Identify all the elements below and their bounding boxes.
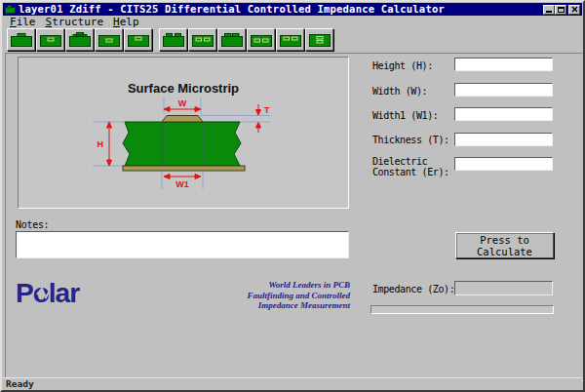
structure-diagram-panel: Surface Microstrip	[18, 57, 349, 209]
differential-embedded-microstrip-icon	[191, 31, 214, 48]
app-icon	[5, 5, 16, 14]
toolbar-stripline-button[interactable]	[95, 28, 123, 51]
notes-label: Notes:	[16, 219, 49, 230]
tagline-line-2: Faultfinding and Controlled	[197, 291, 350, 301]
toolbar-surface-microstrip-button[interactable]	[7, 28, 35, 51]
toolbar-differential-embedded-microstrip-button[interactable]	[188, 28, 216, 51]
differential-offset-stripline-icon	[279, 31, 302, 48]
width1-label: Width1 (W1):	[372, 110, 456, 121]
notes-input[interactable]	[16, 231, 349, 258]
toolbar-embedded-microstrip-button[interactable]	[36, 28, 64, 51]
substrate-shape	[123, 122, 241, 166]
toolbar-broadside-coupled-stripline-button[interactable]	[305, 28, 333, 51]
toolbar-differential-coated-microstrip-button[interactable]	[217, 28, 246, 51]
height-label: Height (H):	[372, 60, 456, 71]
tagline-line-1: World Leaders in PCB	[197, 280, 350, 291]
minimize-icon	[546, 11, 552, 13]
tagline-line-3: Impedance Measurement	[197, 300, 350, 311]
menu-file[interactable]: File	[8, 16, 44, 28]
height-input[interactable]	[454, 58, 553, 71]
dimension-label-h: H	[98, 139, 104, 149]
offset-stripline-icon	[127, 31, 150, 48]
menu-structure[interactable]: Structure	[44, 16, 112, 28]
thickness-input[interactable]	[454, 133, 553, 146]
restore-button[interactable]	[555, 5, 566, 15]
width-label: Width (W):	[372, 86, 456, 97]
toolbar-coated-microstrip-button[interactable]	[65, 28, 94, 51]
dimension-label-w: W	[178, 98, 187, 108]
dielectric-constant-label: Dielectric Constant (Er):	[372, 156, 456, 177]
dimension-label-w1: W1	[176, 179, 189, 189]
toolbar-differential-offset-stripline-button[interactable]	[276, 28, 304, 51]
differential-stripline-icon	[250, 31, 273, 48]
trace-shape	[162, 116, 203, 123]
width-input[interactable]	[454, 83, 553, 97]
toolbar-differential-surface-microstrip-button[interactable]	[159, 28, 187, 51]
close-icon	[571, 6, 578, 13]
window-controls	[543, 5, 582, 15]
differential-coated-microstrip-icon	[220, 31, 244, 48]
broadside-coupled-stripline-icon	[308, 31, 332, 48]
stripline-icon	[98, 31, 121, 48]
toolbar-offset-stripline-button[interactable]	[124, 28, 152, 51]
polar-logo: Polar	[16, 278, 113, 309]
progress-bar	[370, 305, 554, 314]
dielectric-constant-input[interactable]	[454, 157, 553, 171]
impedance-label: Impedance (Zo):	[372, 284, 454, 294]
menu-help[interactable]: Help	[111, 16, 147, 28]
toolbar-differential-stripline-button[interactable]	[247, 28, 275, 51]
width1-input[interactable]	[454, 107, 553, 121]
window-title: layer01 Zdiff - CITS25 Differential Cont…	[19, 3, 445, 16]
menu-bar: File Structure Help	[3, 16, 582, 28]
minimize-button[interactable]	[543, 5, 555, 15]
toolbar	[3, 28, 582, 53]
impedance-result-field	[454, 281, 553, 295]
restore-icon	[558, 7, 565, 13]
close-button[interactable]	[568, 5, 580, 15]
calculate-button[interactable]: Press to Calculate	[455, 232, 554, 258]
surface-microstrip-icon	[10, 31, 33, 48]
differential-surface-microstrip-icon	[162, 31, 185, 48]
dimension-label-t: T	[264, 105, 270, 115]
embedded-microstrip-icon	[39, 31, 62, 48]
title-bar[interactable]: layer01 Zdiff - CITS25 Differential Cont…	[3, 3, 582, 16]
status-text: Ready	[6, 378, 34, 389]
ground-plane-shape	[123, 166, 245, 171]
status-bar: Ready	[3, 377, 582, 389]
application-window: layer01 Zdiff - CITS25 Differential Cont…	[0, 0, 585, 392]
coated-microstrip-icon	[68, 31, 92, 48]
surface-microstrip-diagram: W T H W1	[19, 58, 348, 208]
brand-tagline: World Leaders in PCB Faultfinding and Co…	[197, 280, 350, 311]
thickness-label: Thickness (T):	[372, 135, 456, 145]
